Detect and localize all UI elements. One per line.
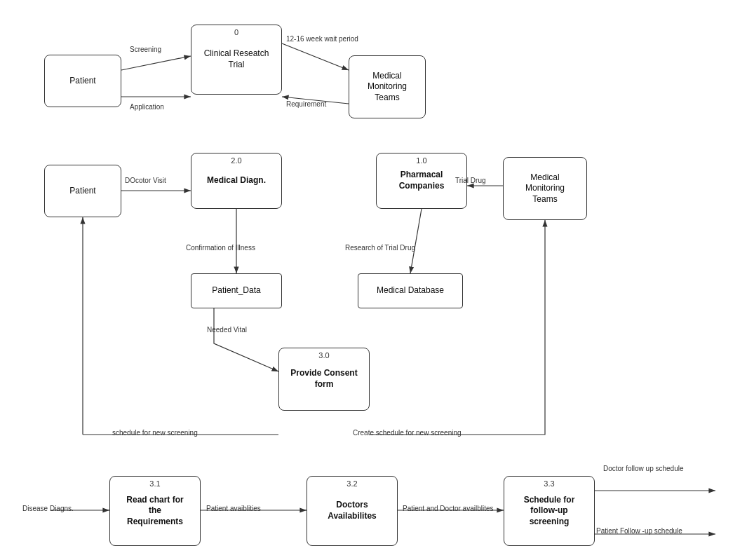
- patient-data-box: Patient_Data: [191, 273, 282, 308]
- medical-diag-number: 2.0: [191, 156, 281, 165]
- schedule-new-label: schedule for new screening: [112, 429, 198, 437]
- patient-mid-label: Patient: [69, 186, 95, 197]
- consent-form-label: Provide Consentform: [290, 368, 357, 390]
- consent-form-number: 3.0: [279, 351, 369, 360]
- med-monitoring-top-label: MedicalMonitoringTeams: [368, 71, 407, 104]
- medical-database-label: Medical Database: [377, 285, 444, 296]
- trial-drug-label: Trial Drug: [455, 177, 486, 184]
- patient-top-box: Patient: [44, 55, 121, 107]
- clinical-trial-box: 0 Clinical ReseatchTrial: [191, 25, 282, 95]
- patient-top-label: Patient: [69, 76, 95, 87]
- medical-database-box: Medical Database: [358, 273, 463, 308]
- diagram-container: Patient 0 Clinical ReseatchTrial Medical…: [0, 0, 754, 560]
- disease-diagns-label: Disease Diagns.: [22, 505, 74, 512]
- med-monitoring-mid-box: MedicalMonitoringTeams: [503, 157, 587, 220]
- pharmacal-label: PharmacalCompanies: [399, 170, 445, 191]
- create-schedule-label: Create schedule for new screening: [353, 429, 462, 437]
- doctors-avail-number: 3.2: [307, 479, 397, 488]
- medical-diag-label: Medical Diagn.: [207, 175, 266, 186]
- confirmation-label: Confirmation of Illness: [186, 244, 255, 252]
- doctor-followup-label: Doctor follow up schedule: [603, 465, 684, 472]
- read-chart-number: 3.1: [110, 479, 200, 488]
- patient-doctor-avail-label: Patient and Doctor availblites: [403, 505, 494, 512]
- med-monitoring-mid-label: MedicalMonitoringTeams: [525, 172, 565, 205]
- doctors-avail-box: 3.2 DoctorsAvailabilites: [307, 476, 398, 546]
- med-monitoring-top-box: MedicalMonitoringTeams: [349, 55, 426, 118]
- pharmacal-number: 1.0: [377, 156, 466, 165]
- consent-form-box: 3.0 Provide Consentform: [278, 348, 370, 411]
- needed-vital-label: Needed Vital: [207, 326, 247, 334]
- research-trial-label: Research of Trial Drug: [345, 244, 415, 252]
- screening-label: Screening: [130, 46, 161, 53]
- clinical-trial-number: 0: [191, 28, 281, 36]
- medical-diag-box: 2.0 Medical Diagn.: [191, 153, 282, 209]
- read-chart-label: Read chart fortheRequirements: [126, 495, 183, 528]
- read-chart-box: 3.1 Read chart fortheRequirements: [109, 476, 201, 546]
- schedule-followup-label: Schedule forfollow-upscreening: [524, 495, 575, 528]
- pharmacal-box: 1.0 PharmacalCompanies: [376, 153, 467, 209]
- patient-followup-label: Patient Follow -up schedule: [596, 527, 682, 535]
- doctors-avail-label: DoctorsAvailabilites: [328, 500, 377, 521]
- patient-data-label: Patient_Data: [212, 285, 260, 296]
- patient-avail-label: Patient avaiblities: [206, 505, 261, 512]
- patient-mid-box: Patient: [44, 165, 121, 217]
- schedule-followup-number: 3.3: [504, 479, 594, 488]
- application-label: Application: [130, 103, 164, 111]
- requirement-label: Requirement: [286, 100, 326, 108]
- clinical-trial-label: Clinical ReseatchTrial: [204, 48, 269, 70]
- 12-16-week-label: 12-16 week wait period: [286, 35, 358, 43]
- doctor-visit-label: DOcotor Visit: [125, 177, 166, 184]
- schedule-followup-box: 3.3 Schedule forfollow-upscreening: [504, 476, 595, 546]
